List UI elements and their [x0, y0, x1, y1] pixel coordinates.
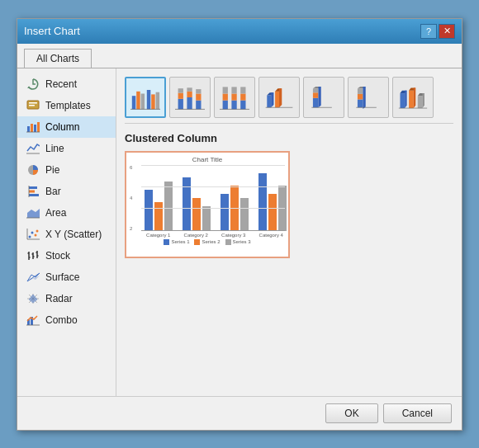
- sidebar-item-recent[interactable]: Recent: [17, 73, 116, 95]
- sidebar-item-combo[interactable]: Combo: [17, 309, 116, 331]
- svg-rect-53: [187, 87, 192, 92]
- cancel-button[interactable]: Cancel: [383, 403, 452, 423]
- sidebar-item-radar-label: Radar: [45, 293, 73, 304]
- chart-type-icons: [125, 77, 453, 124]
- svg-rect-12: [29, 194, 39, 196]
- category-label-3: Category 3: [220, 233, 248, 238]
- svg-rect-58: [223, 100, 228, 109]
- chart-preview: Chart Title 6 4 2: [125, 151, 290, 258]
- sidebar-item-line[interactable]: Line: [17, 138, 116, 159]
- sidebar-item-recent-label: Recent: [45, 78, 77, 90]
- svg-rect-6: [37, 122, 40, 132]
- svg-rect-62: [231, 93, 236, 100]
- svg-marker-14: [27, 209, 40, 218]
- content-area: Recent Templates: [17, 68, 462, 396]
- sidebar-item-pie[interactable]: Pie: [17, 159, 116, 181]
- svg-rect-48: [178, 98, 183, 109]
- svg-rect-10: [29, 186, 37, 189]
- chart-type-100-stacked-column[interactable]: [214, 77, 255, 118]
- svg-rect-90: [409, 90, 414, 107]
- combo-icon: [26, 314, 40, 327]
- sidebar-item-column-label: Column: [45, 121, 79, 133]
- category-label-2: Category 2: [183, 233, 211, 238]
- sidebar-item-surface[interactable]: Surface: [17, 266, 116, 288]
- svg-rect-44: [147, 90, 151, 109]
- sidebar-item-xy-label: X Y (Scatter): [45, 229, 102, 240]
- svg-rect-75: [313, 97, 319, 106]
- svg-rect-54: [196, 100, 201, 109]
- svg-rect-83: [358, 88, 363, 94]
- svg-rect-68: [267, 95, 271, 107]
- svg-rect-4: [31, 124, 33, 132]
- svg-rect-71: [275, 91, 279, 107]
- svg-marker-70: [271, 92, 273, 107]
- svg-rect-42: [136, 91, 140, 109]
- line-icon: [26, 142, 40, 155]
- category-label-1: Category 1: [145, 233, 173, 238]
- svg-rect-3: [27, 126, 30, 132]
- chart-selected-label: Clustered Column: [125, 132, 453, 144]
- sidebar-item-area[interactable]: Area: [17, 202, 116, 224]
- chart-type-stacked-column[interactable]: [169, 77, 211, 118]
- legend-color-2: [194, 239, 200, 245]
- svg-rect-60: [223, 87, 228, 93]
- radar-icon: [26, 292, 40, 305]
- sidebar-item-pie-label: Pie: [45, 164, 59, 176]
- svg-rect-43: [141, 93, 145, 109]
- svg-rect-81: [358, 99, 363, 107]
- sidebar-item-column[interactable]: Column: [17, 116, 116, 138]
- recent-icon: [26, 78, 40, 91]
- svg-point-17: [31, 231, 34, 233]
- svg-marker-79: [318, 86, 320, 106]
- chart-type-3d-column[interactable]: [392, 77, 434, 118]
- chart-type-clustered-column[interactable]: [125, 77, 166, 118]
- sidebar-item-radar[interactable]: Radar: [17, 288, 116, 309]
- bar-icon: [26, 185, 40, 198]
- svg-rect-5: [34, 125, 36, 132]
- svg-rect-49: [178, 92, 183, 98]
- svg-point-19: [36, 229, 39, 232]
- insert-chart-dialog: Insert Chart ? ✕ All Charts Recent: [17, 18, 462, 431]
- legend-label-3: Series 3: [233, 239, 251, 244]
- svg-rect-61: [231, 100, 236, 109]
- svg-rect-66: [240, 87, 245, 93]
- help-button[interactable]: ?: [420, 24, 437, 39]
- stock-icon: [26, 249, 40, 262]
- sidebar-item-templates[interactable]: Templates: [17, 95, 116, 116]
- svg-rect-45: [151, 94, 155, 109]
- scatter-icon: [26, 228, 40, 241]
- svg-rect-87: [400, 93, 405, 108]
- ok-button[interactable]: OK: [325, 403, 377, 423]
- svg-rect-65: [240, 93, 245, 100]
- sidebar-item-line-label: Line: [45, 143, 64, 154]
- tabs-row: All Charts: [17, 44, 462, 68]
- title-bar-buttons: ? ✕: [420, 24, 455, 39]
- main-panel: Clustered Column Chart Title 6 4 2: [116, 68, 462, 396]
- svg-point-18: [35, 233, 37, 236]
- legend-item-3: Series 3: [225, 239, 251, 245]
- sidebar-item-combo-label: Combo: [45, 314, 78, 326]
- pie-icon: [26, 163, 40, 177]
- svg-rect-82: [358, 93, 363, 99]
- title-bar: Insert Chart ? ✕: [17, 19, 462, 44]
- surface-icon: [26, 271, 40, 284]
- chart-type-3d-stacked[interactable]: [303, 77, 344, 118]
- chart-type-3d-clustered[interactable]: [258, 77, 300, 118]
- svg-rect-56: [196, 89, 201, 93]
- tab-all-charts[interactable]: All Charts: [24, 49, 92, 68]
- svg-rect-51: [187, 97, 192, 109]
- legend-color-3: [225, 239, 231, 245]
- sidebar-item-stock[interactable]: Stock: [17, 245, 116, 266]
- svg-marker-73: [279, 88, 282, 107]
- sidebar-item-area-label: Area: [45, 207, 66, 219]
- svg-rect-77: [313, 88, 319, 92]
- sidebar-item-bar[interactable]: Bar: [17, 181, 116, 202]
- close-button[interactable]: ✕: [439, 24, 455, 39]
- chart-type-3d-100-stacked[interactable]: [348, 77, 389, 118]
- sidebar-item-surface-label: Surface: [45, 271, 79, 283]
- sidebar: Recent Templates: [17, 68, 116, 396]
- svg-rect-55: [196, 93, 201, 100]
- template-icon: [26, 99, 40, 112]
- sidebar-item-xy[interactable]: X Y (Scatter): [17, 224, 116, 245]
- legend-item-2: Series 2: [194, 239, 220, 245]
